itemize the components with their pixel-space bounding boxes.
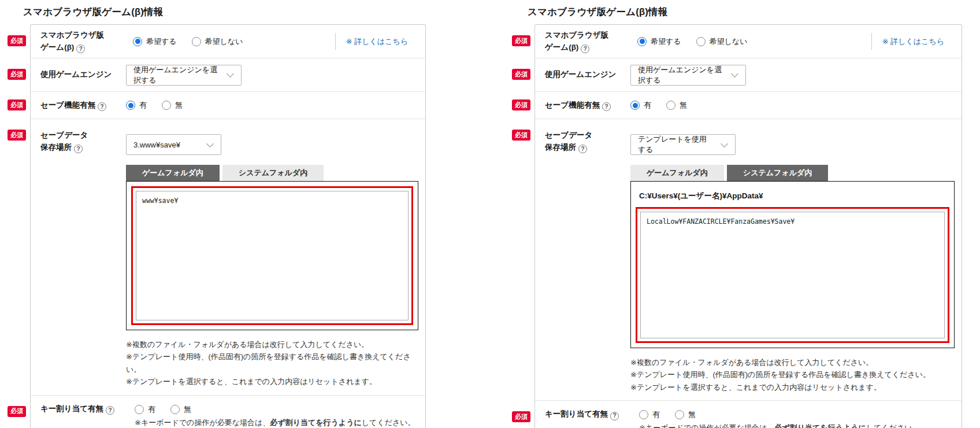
field-label-save-feature: セーブ機能有無? — [40, 99, 126, 112]
radio-button[interactable] — [170, 405, 180, 414]
radio-option-yes[interactable]: 希望する — [637, 36, 681, 47]
radio-button[interactable] — [126, 101, 135, 110]
radio-button[interactable] — [133, 37, 142, 46]
detail-link[interactable]: ※ 詳しくはこちら — [882, 36, 944, 47]
save-location-notes: ※複数のファイル・フォルダがある場合は改行して入力してください。 ※テンプレート… — [630, 356, 955, 393]
folder-tabs: ゲームフォルダ内 システムフォルダ内 — [126, 165, 418, 181]
required-badge: 必須 — [512, 411, 530, 422]
detail-link-cell: ※ 詳しくはこちら — [871, 33, 955, 50]
radio-button[interactable] — [135, 405, 144, 414]
radio-option-no[interactable]: 無 — [666, 100, 687, 110]
engine-select[interactable]: 使用ゲームエンジンを選択する — [630, 65, 746, 86]
required-badge: 必須 — [512, 99, 530, 110]
browser-game-radio-group: 希望する 希望しない — [630, 36, 748, 47]
radio-option-no[interactable]: 希望しない — [192, 36, 243, 47]
help-icon[interactable]: ? — [602, 102, 611, 111]
key-assign-radio-group: 有 無 — [639, 408, 955, 420]
key-assign-note: ※キーボードでの操作が必要な場合は、必ず割り当てを行うようにしてください。 — [639, 423, 955, 428]
browser-game-radio-group: 希望する 希望しない — [126, 36, 243, 47]
radio-option-yes[interactable]: 希望する — [133, 36, 177, 47]
radio-option-yes[interactable]: 有 — [639, 409, 660, 420]
page-title: スマホブラウザ版ゲーム(β)情報 — [23, 6, 426, 19]
help-icon[interactable]: ? — [106, 406, 114, 415]
save-path-textarea[interactable]: LocalLow¥FANZACIRCLE¥FanzaGames¥Save¥ — [640, 212, 945, 338]
form-section-right: スマホブラウザ版ゲーム(β)情報 必須 スマホブラウザ版 ゲーム(β)? 希望す… — [511, 0, 962, 428]
highlighted-input-frame: www¥save¥ — [131, 186, 413, 325]
folder-tab-panel: www¥save¥ — [126, 181, 418, 330]
detail-link[interactable]: ※ 詳しくはこちら — [346, 36, 408, 47]
radio-option-no[interactable]: 無 — [170, 404, 191, 415]
note-line: ※テンプレート使用時、(作品固有)の箇所を登録する作品を確認し書き換えてください… — [630, 368, 955, 381]
radio-button[interactable] — [630, 101, 640, 110]
radio-option-no[interactable]: 希望しない — [696, 36, 748, 47]
field-label-key-assign: キー割り当て有無? — [545, 408, 639, 420]
tab-game-folder[interactable]: ゲームフォルダ内 — [126, 165, 220, 181]
folder-tab-panel: C:¥Users¥(ユーザー名)¥AppData¥ LocalLow¥FANZA… — [630, 181, 955, 348]
highlighted-input-frame: LocalLow¥FANZACIRCLE¥FanzaGames¥Save¥ — [636, 207, 949, 343]
tab-system-folder[interactable]: システムフォルダ内 — [727, 165, 828, 181]
required-badge: 必須 — [512, 69, 530, 80]
radio-button[interactable] — [637, 37, 647, 46]
note-line: ※テンプレート使用時、(作品固有)の箇所を登録する作品を確認し書き換えてください… — [126, 350, 418, 375]
save-location-template-select[interactable]: 3.www¥save¥ — [126, 134, 221, 155]
chevron-down-icon — [206, 140, 214, 147]
field-label-browser-game: スマホブラウザ版 ゲーム(β)? — [545, 29, 630, 54]
help-icon[interactable]: ? — [578, 145, 587, 153]
save-location-controls: テンプレートを使用する ゲームフォルダ内 システムフォルダ内 C:¥Users¥… — [630, 126, 955, 393]
key-assign-controls: 有 無 ※キーボードでの操作が必要な場合は、必ず割り当てを行うようにしてください… — [135, 403, 418, 428]
system-path-header: C:¥Users¥(ユーザー名)¥AppData¥ — [639, 191, 949, 201]
page-title: スマホブラウザ版ゲーム(β)情報 — [528, 6, 962, 19]
key-assign-controls: 有 無 ※キーボードでの操作が必要な場合は、必ず割り当てを行うようにしてください… — [639, 408, 955, 428]
help-icon[interactable]: ? — [610, 412, 619, 420]
row-key-assign: 必須 キー割り当て有無? 有 無 ※キーボードでの操作が必要な場合は、必ず割り当 — [31, 396, 425, 428]
field-label-engine: 使用ゲームエンジン — [545, 69, 630, 81]
form-panel: 必須 スマホブラウザ版 ゲーム(β)? 希望する 希望しない ※ 詳しくはこちら — [534, 24, 962, 428]
field-label-key-assign: キー割り当て有無? — [40, 403, 135, 415]
field-label-save-location: セーブデータ 保存場所? — [40, 126, 126, 154]
radio-option-yes[interactable]: 有 — [135, 404, 155, 415]
row-save-location: 必須 セーブデータ 保存場所? 3.www¥save¥ ゲームフォルダ内 システ… — [31, 119, 425, 396]
radio-option-yes[interactable]: 有 — [630, 100, 651, 110]
radio-option-yes[interactable]: 有 — [126, 100, 147, 110]
radio-button[interactable] — [162, 101, 171, 110]
row-browser-game: 必須 スマホブラウザ版 ゲーム(β)? 希望する 希望しない ※ 詳しくはこちら — [535, 25, 962, 58]
radio-button[interactable] — [666, 101, 675, 110]
row-save-feature: 必須 セーブ機能有無? 有 無 — [535, 92, 962, 119]
save-location-controls: 3.www¥save¥ ゲームフォルダ内 システムフォルダ内 www¥save¥… — [126, 126, 418, 388]
form-panel: 必須 スマホブラウザ版 ゲーム(β)? 希望する 希望しない ※ 詳しくはこちら — [30, 24, 426, 428]
radio-option-no[interactable]: 無 — [675, 409, 696, 420]
field-label-save-feature: セーブ機能有無? — [545, 99, 630, 112]
save-feature-radio-group: 有 無 — [630, 100, 687, 110]
field-label-save-location: セーブデータ 保存場所? — [545, 126, 630, 154]
radio-button[interactable] — [675, 410, 684, 419]
row-engine: 必須 使用ゲームエンジン 使用ゲームエンジンを選択する — [535, 58, 962, 92]
note-line: ※複数のファイル・フォルダがある場合は改行して入力してください。 — [630, 356, 955, 368]
required-badge: 必須 — [8, 130, 26, 141]
help-icon[interactable]: ? — [581, 45, 589, 53]
detail-link-cell: ※ 詳しくはこちら — [335, 33, 418, 50]
required-badge: 必須 — [8, 69, 26, 80]
required-badge: 必須 — [512, 130, 530, 141]
note-line: ※テンプレートを選択すると、これまでの入力内容はリセットされます。 — [630, 381, 955, 393]
form-section-left: スマホブラウザ版ゲーム(β)情報 必須 スマホブラウザ版 ゲーム(β)? 希望す… — [7, 0, 426, 428]
note-line: ※テンプレートを選択すると、これまでの入力内容はリセットされます。 — [126, 375, 418, 388]
radio-button[interactable] — [696, 37, 706, 46]
field-label-browser-game: スマホブラウザ版 ゲーム(β)? — [40, 29, 126, 54]
help-icon[interactable]: ? — [74, 145, 83, 153]
radio-button[interactable] — [192, 37, 201, 46]
radio-button[interactable] — [639, 410, 648, 419]
row-engine: 必須 使用ゲームエンジン 使用ゲームエンジンを選択する — [31, 58, 425, 92]
tab-game-folder[interactable]: ゲームフォルダ内 — [630, 165, 724, 181]
save-location-template-select[interactable]: テンプレートを使用する — [630, 134, 736, 155]
help-icon[interactable]: ? — [76, 45, 85, 53]
save-path-textarea[interactable]: www¥save¥ — [136, 191, 409, 320]
help-icon[interactable]: ? — [98, 102, 106, 111]
row-save-feature: 必須 セーブ機能有無? 有 無 — [31, 92, 425, 119]
tab-system-folder[interactable]: システムフォルダ内 — [222, 165, 324, 181]
radio-option-no[interactable]: 無 — [162, 100, 183, 110]
engine-select[interactable]: 使用ゲームエンジンを選択する — [126, 65, 242, 86]
chevron-down-icon — [721, 140, 728, 147]
required-badge: 必須 — [8, 35, 26, 46]
chevron-down-icon — [731, 70, 738, 78]
key-assign-radio-group: 有 無 — [135, 403, 418, 415]
